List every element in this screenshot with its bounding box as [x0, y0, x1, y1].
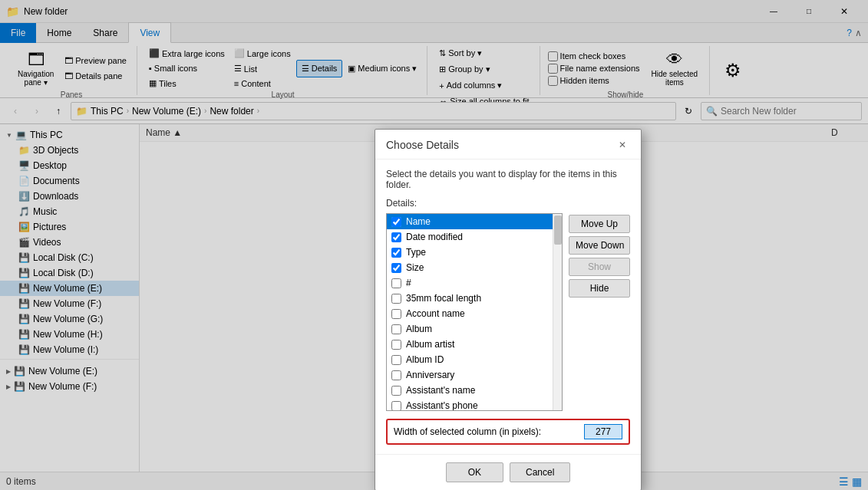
list-item[interactable]: Account name — [387, 306, 553, 321]
list-item[interactable]: Size — [387, 260, 553, 275]
modal-footer: OK Cancel — [375, 454, 641, 490]
modal-body: Select the details you want to display f… — [375, 159, 641, 454]
details-list-container: Name Date modified Type Size # — [386, 213, 563, 411]
move-up-btn[interactable]: Move Up — [569, 215, 630, 233]
list-item[interactable]: Type — [387, 245, 553, 260]
list-item[interactable]: Assistant's phone — [387, 398, 553, 411]
list-scrollbar[interactable] — [553, 214, 562, 410]
modal-title-bar: Choose Details ✕ — [375, 130, 641, 159]
list-item[interactable]: Album artist — [387, 337, 553, 352]
cancel-btn[interactable]: Cancel — [510, 462, 570, 482]
show-btn[interactable]: Show — [569, 258, 630, 276]
pixel-width-row: Width of selected column (in pixels): — [386, 419, 630, 445]
pixel-input[interactable] — [584, 424, 622, 439]
modal-description: Select the details you want to display f… — [386, 169, 630, 190]
pixel-label: Width of selected column (in pixels): — [394, 426, 578, 437]
list-item[interactable]: Assistant's name — [387, 383, 553, 398]
modal-close-btn[interactable]: ✕ — [615, 137, 630, 153]
hide-btn[interactable]: Hide — [569, 279, 630, 298]
list-item[interactable]: Date modified — [387, 229, 553, 245]
modal-overlay: Choose Details ✕ Select the details you … — [0, 0, 868, 490]
list-item[interactable]: Album — [387, 321, 553, 337]
modal-side-buttons: Move Up Move Down Show Hide — [569, 213, 630, 411]
choose-details-modal: Choose Details ✕ Select the details you … — [375, 129, 642, 490]
list-item[interactable]: Name — [387, 214, 553, 229]
details-list: Name Date modified Type Size # — [387, 214, 553, 410]
modal-title: Choose Details — [386, 139, 459, 151]
move-down-btn[interactable]: Move Down — [569, 236, 630, 255]
list-item[interactable]: 35mm focal length — [387, 291, 553, 306]
ok-btn[interactable]: OK — [446, 462, 503, 482]
list-item[interactable]: # — [387, 275, 553, 291]
list-item[interactable]: Album ID — [387, 352, 553, 367]
modal-details-label: Details: — [386, 198, 630, 209]
list-item[interactable]: Anniversary — [387, 367, 553, 383]
